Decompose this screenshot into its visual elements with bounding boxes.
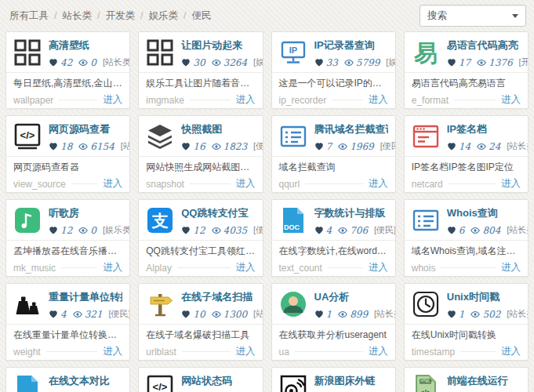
- category-tag[interactable]: [站长类]: [507, 308, 529, 320]
- likes-count: 16: [193, 141, 205, 152]
- category-tag[interactable]: [站长类]: [121, 140, 130, 152]
- category-tag[interactable]: [便民]: [253, 224, 263, 236]
- list-card-icon: [412, 206, 440, 234]
- likes-count: 1: [459, 309, 465, 320]
- tool-title-link[interactable]: 听歌房: [49, 208, 122, 218]
- category-tag[interactable]: [娱乐类]: [386, 56, 395, 68]
- tool-card-header: IP签名档 14 24 [站长类]: [405, 116, 528, 157]
- enter-link[interactable]: 进入: [236, 345, 256, 358]
- divider: [61, 267, 97, 268]
- tool-card-header: IP IP记录器查询 33 5799 [娱乐类]: [272, 32, 395, 73]
- tool-title-link[interactable]: IP签名档: [447, 124, 521, 134]
- heart-icon: [447, 226, 456, 235]
- breadcrumb-item[interactable]: 娱乐类: [148, 9, 178, 23]
- tool-title-link[interactable]: UA分析: [314, 292, 388, 302]
- enter-link[interactable]: 进入: [103, 93, 122, 107]
- category-tag[interactable]: [开发类]: [519, 56, 529, 68]
- enter-link[interactable]: 进入: [369, 345, 388, 358]
- views-count: 0: [90, 57, 96, 68]
- tool-slug: ip_recorder: [279, 95, 327, 106]
- tool-card: 听歌房 12 0 [娱乐类] 孟坤播放器在线音乐播放器MKOnlineP... …: [5, 199, 130, 277]
- enter-link[interactable]: 进入: [236, 93, 256, 107]
- eye-icon: [338, 226, 347, 235]
- enter-link[interactable]: 进入: [369, 93, 388, 107]
- tool-title-link[interactable]: 让图片动起来: [181, 40, 255, 50]
- enter-link[interactable]: 进入: [103, 177, 122, 191]
- breadcrumb-item[interactable]: 便民: [191, 9, 211, 23]
- tool-description: 在线子域名爆破扫描工具: [139, 325, 262, 343]
- tool-stats: 6 804 [站长类]: [447, 224, 521, 236]
- tool-title-link[interactable]: 在线子域名扫描: [181, 292, 255, 302]
- tool-title-link[interactable]: 易语言代码高亮: [447, 40, 521, 50]
- category-tag[interactable]: [娱乐类]: [103, 224, 130, 236]
- tool-title-link[interactable]: 在线文本对比: [49, 376, 122, 386]
- tool-title-link[interactable]: Unix时间戳: [447, 292, 521, 302]
- tool-card-header: DOC 字数统计与排版 4 706 [便民]: [272, 200, 395, 241]
- tool-description: 每日壁纸,高清壁纸,金山词霸每日一句壁纸: [6, 73, 129, 91]
- enter-link[interactable]: 进入: [501, 93, 521, 107]
- category-tag[interactable]: [站长类]: [507, 224, 529, 236]
- enter-link[interactable]: 进入: [103, 261, 122, 274]
- breadcrumb-item[interactable]: 开发类: [105, 9, 135, 23]
- tool-title-link[interactable]: 网站状态码: [181, 376, 255, 386]
- tool-title-link[interactable]: 字数统计与排版: [314, 208, 388, 218]
- category-tag[interactable]: [站长类]: [374, 308, 396, 320]
- category-tag[interactable]: [便民]: [374, 224, 396, 236]
- tool-card: IP IP记录器查询 33 5799 [娱乐类] 这是一个可以记录IP的工具 i…: [271, 31, 396, 109]
- enter-link[interactable]: 进入: [501, 345, 521, 358]
- eye-icon: [78, 226, 88, 235]
- enter-link[interactable]: 进入: [501, 177, 521, 191]
- tool-title-link[interactable]: 快照截图: [181, 124, 255, 134]
- category-tag[interactable]: [便民]: [109, 308, 131, 320]
- tool-description: 在线重量计量单位转换工具: [6, 325, 129, 343]
- svg-text:支: 支: [151, 212, 169, 230]
- tool-stats: 12 4035 [便民]: [181, 224, 255, 236]
- category-tag[interactable]: [便民]: [253, 140, 263, 152]
- eye-icon: [212, 58, 221, 67]
- tool-title-link[interactable]: QQ跳转支付宝: [181, 208, 255, 218]
- tool-title-link[interactable]: 网页源码查看: [49, 124, 122, 134]
- tool-title-link[interactable]: Whois查询: [447, 208, 521, 218]
- enter-link[interactable]: 进入: [501, 261, 521, 274]
- tool-description: 网站快照生成网站截图网站监控: [139, 157, 262, 175]
- category-tag[interactable]: [站长类]: [253, 308, 263, 320]
- heart-icon: [49, 310, 58, 319]
- tool-card-footer: imgmake 进入: [139, 91, 262, 107]
- category-tag[interactable]: [站长类]: [507, 140, 529, 152]
- enter-link[interactable]: 进入: [236, 177, 256, 191]
- category-tag[interactable]: [娱乐类]: [253, 56, 263, 68]
- tool-title-link[interactable]: 前端在线运行: [447, 376, 521, 386]
- tool-title-link[interactable]: 高清壁纸: [49, 40, 122, 50]
- tool-title-link[interactable]: 腾讯域名拦截查询: [314, 124, 388, 134]
- divider: [295, 351, 363, 352]
- tool-stats: 4 321 [便民]: [49, 308, 122, 320]
- likes-count: 10: [193, 309, 205, 320]
- tool-title-link[interactable]: 新浪图床外链: [314, 376, 388, 386]
- breadcrumb-item[interactable]: 站长类: [62, 9, 92, 23]
- svg-text:IP: IP: [289, 45, 296, 55]
- search-select[interactable]: 搜索: [420, 5, 526, 27]
- heart-icon: [181, 58, 191, 67]
- tool-stats: 12 0 [娱乐类]: [49, 224, 122, 236]
- heart-icon: [49, 58, 58, 67]
- enter-link[interactable]: 进入: [369, 261, 388, 274]
- category-tag[interactable]: [站长类]: [103, 56, 130, 68]
- doc-file-icon: DOC: [279, 206, 307, 234]
- tool-title-link[interactable]: IP记录器查询: [314, 40, 388, 50]
- views-count: 4035: [223, 225, 248, 236]
- views-count: 899: [350, 309, 368, 320]
- tool-stats: 10 1300 [站长类]: [181, 308, 255, 320]
- enter-link[interactable]: 进入: [369, 177, 388, 191]
- eye-icon: [470, 226, 480, 235]
- tool-title-link[interactable]: 重量计量单位转换: [49, 292, 122, 302]
- enter-link[interactable]: 进入: [103, 345, 122, 358]
- views-count: 5799: [356, 57, 380, 68]
- heart-icon: [49, 142, 58, 151]
- enter-link[interactable]: 进入: [236, 261, 256, 274]
- breadcrumb-item[interactable]: 所有工具: [9, 9, 49, 23]
- divider: [328, 267, 363, 268]
- tool-stats: 16 1823 [便民]: [181, 140, 255, 152]
- tool-card-header: 新浪图床外链 11 6223 [站长类]: [272, 368, 395, 392]
- tool-description: 域名Whois查询,域名注册人信息查询: [405, 241, 528, 259]
- category-tag[interactable]: [便民]: [380, 140, 396, 152]
